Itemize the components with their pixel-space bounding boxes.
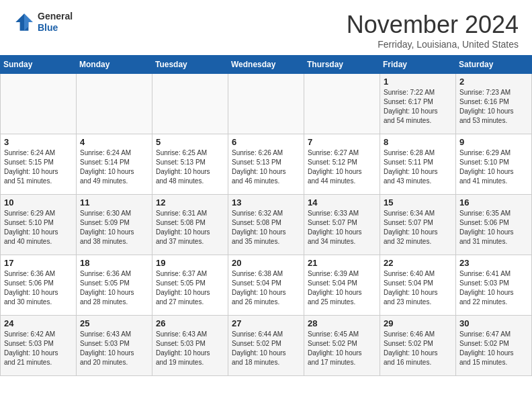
day-info: Sunrise: 6:29 AM Sunset: 5:10 PM Dayligh… <box>459 148 528 186</box>
day-cell: 15Sunrise: 6:34 AM Sunset: 5:07 PM Dayli… <box>380 195 456 255</box>
title-block: November 2024 Ferriday, Louisiana, Unite… <box>347 11 519 50</box>
day-number: 27 <box>232 318 300 328</box>
weekday-header-friday: Friday <box>380 56 456 74</box>
day-number: 3 <box>4 137 73 147</box>
week-row-1: 3Sunrise: 6:24 AM Sunset: 5:15 PM Daylig… <box>1 134 532 195</box>
day-number: 12 <box>156 197 224 208</box>
weekday-header-thursday: Thursday <box>304 56 380 74</box>
day-number: 4 <box>80 137 148 147</box>
day-info: Sunrise: 7:22 AM Sunset: 6:17 PM Dayligh… <box>384 88 452 126</box>
day-number: 11 <box>80 197 148 208</box>
day-info: Sunrise: 7:23 AM Sunset: 6:16 PM Dayligh… <box>459 88 528 126</box>
weekday-header-sunday: Sunday <box>1 56 77 74</box>
day-number: 21 <box>308 258 376 268</box>
month-title: November 2024 <box>347 11 519 39</box>
day-cell <box>304 74 380 134</box>
day-number: 8 <box>384 137 452 147</box>
day-info: Sunrise: 6:24 AM Sunset: 5:14 PM Dayligh… <box>80 148 148 186</box>
day-info: Sunrise: 6:27 AM Sunset: 5:12 PM Dayligh… <box>308 148 376 186</box>
weekday-header-row: SundayMondayTuesdayWednesdayThursdayFrid… <box>1 56 532 74</box>
day-info: Sunrise: 6:47 AM Sunset: 5:02 PM Dayligh… <box>459 330 528 367</box>
day-number: 6 <box>232 137 300 147</box>
day-number: 20 <box>232 258 300 268</box>
week-row-4: 24Sunrise: 6:42 AM Sunset: 5:03 PM Dayli… <box>1 316 532 376</box>
day-info: Sunrise: 6:29 AM Sunset: 5:10 PM Dayligh… <box>4 209 73 246</box>
day-cell: 3Sunrise: 6:24 AM Sunset: 5:15 PM Daylig… <box>1 134 77 195</box>
day-cell: 5Sunrise: 6:25 AM Sunset: 5:13 PM Daylig… <box>152 134 228 195</box>
day-info: Sunrise: 6:37 AM Sunset: 5:05 PM Dayligh… <box>156 269 224 307</box>
day-number: 30 <box>459 318 528 328</box>
day-number: 19 <box>156 258 224 268</box>
day-cell: 22Sunrise: 6:40 AM Sunset: 5:04 PM Dayli… <box>380 255 456 316</box>
weekday-header-wednesday: Wednesday <box>228 56 304 74</box>
day-cell: 21Sunrise: 6:39 AM Sunset: 5:04 PM Dayli… <box>304 255 380 316</box>
day-info: Sunrise: 6:43 AM Sunset: 5:03 PM Dayligh… <box>80 330 148 367</box>
logo-text: General Blue <box>38 11 73 34</box>
day-info: Sunrise: 6:40 AM Sunset: 5:04 PM Dayligh… <box>384 269 452 307</box>
day-number: 7 <box>308 137 376 147</box>
day-info: Sunrise: 6:34 AM Sunset: 5:07 PM Dayligh… <box>384 209 452 246</box>
day-cell: 11Sunrise: 6:30 AM Sunset: 5:09 PM Dayli… <box>77 195 152 255</box>
day-info: Sunrise: 6:30 AM Sunset: 5:09 PM Dayligh… <box>80 209 148 246</box>
calendar: SundayMondayTuesdayWednesdayThursdayFrid… <box>0 55 532 376</box>
day-info: Sunrise: 6:35 AM Sunset: 5:06 PM Dayligh… <box>459 209 528 246</box>
weekday-header-saturday: Saturday <box>456 56 532 74</box>
day-cell: 28Sunrise: 6:45 AM Sunset: 5:02 PM Dayli… <box>304 316 380 376</box>
weekday-header-monday: Monday <box>77 56 152 74</box>
day-number: 29 <box>384 318 452 328</box>
calendar-body: 1Sunrise: 7:22 AM Sunset: 6:17 PM Daylig… <box>1 74 532 376</box>
day-cell <box>152 74 228 134</box>
day-cell: 24Sunrise: 6:42 AM Sunset: 5:03 PM Dayli… <box>1 316 77 376</box>
day-info: Sunrise: 6:33 AM Sunset: 5:07 PM Dayligh… <box>308 209 376 246</box>
day-number: 10 <box>4 197 73 208</box>
day-number: 22 <box>384 258 452 268</box>
day-info: Sunrise: 6:43 AM Sunset: 5:03 PM Dayligh… <box>156 330 224 367</box>
day-info: Sunrise: 6:36 AM Sunset: 5:05 PM Dayligh… <box>80 269 148 307</box>
day-number: 26 <box>156 318 224 328</box>
day-cell: 17Sunrise: 6:36 AM Sunset: 5:06 PM Dayli… <box>1 255 77 316</box>
day-cell: 14Sunrise: 6:33 AM Sunset: 5:07 PM Dayli… <box>304 195 380 255</box>
day-info: Sunrise: 6:45 AM Sunset: 5:02 PM Dayligh… <box>308 330 376 367</box>
logo: General Blue <box>13 11 73 34</box>
day-cell: 19Sunrise: 6:37 AM Sunset: 5:05 PM Dayli… <box>152 255 228 316</box>
day-number: 1 <box>384 77 452 87</box>
day-cell: 23Sunrise: 6:41 AM Sunset: 5:03 PM Dayli… <box>456 255 532 316</box>
day-info: Sunrise: 6:46 AM Sunset: 5:02 PM Dayligh… <box>384 330 452 367</box>
day-cell: 7Sunrise: 6:27 AM Sunset: 5:12 PM Daylig… <box>304 134 380 195</box>
day-info: Sunrise: 6:36 AM Sunset: 5:06 PM Dayligh… <box>4 269 73 307</box>
week-row-2: 10Sunrise: 6:29 AM Sunset: 5:10 PM Dayli… <box>1 195 532 255</box>
day-cell: 4Sunrise: 6:24 AM Sunset: 5:14 PM Daylig… <box>77 134 152 195</box>
day-number: 28 <box>308 318 376 328</box>
day-number: 2 <box>459 77 528 87</box>
week-row-0: 1Sunrise: 7:22 AM Sunset: 6:17 PM Daylig… <box>1 74 532 134</box>
day-cell <box>1 74 77 134</box>
day-cell <box>77 74 152 134</box>
day-number: 14 <box>308 197 376 208</box>
svg-marker-1 <box>24 13 33 31</box>
day-cell: 29Sunrise: 6:46 AM Sunset: 5:02 PM Dayli… <box>380 316 456 376</box>
day-info: Sunrise: 6:42 AM Sunset: 5:03 PM Dayligh… <box>4 330 73 367</box>
day-cell: 2Sunrise: 7:23 AM Sunset: 6:16 PM Daylig… <box>456 74 532 134</box>
day-info: Sunrise: 6:44 AM Sunset: 5:02 PM Dayligh… <box>232 330 300 367</box>
day-info: Sunrise: 6:31 AM Sunset: 5:08 PM Dayligh… <box>156 209 224 246</box>
day-cell: 6Sunrise: 6:26 AM Sunset: 5:13 PM Daylig… <box>228 134 304 195</box>
day-number: 9 <box>459 137 528 147</box>
day-number: 17 <box>4 258 73 268</box>
day-cell: 27Sunrise: 6:44 AM Sunset: 5:02 PM Dayli… <box>228 316 304 376</box>
day-cell: 26Sunrise: 6:43 AM Sunset: 5:03 PM Dayli… <box>152 316 228 376</box>
day-cell: 1Sunrise: 7:22 AM Sunset: 6:17 PM Daylig… <box>380 74 456 134</box>
weekday-header-tuesday: Tuesday <box>152 56 228 74</box>
day-cell: 18Sunrise: 6:36 AM Sunset: 5:05 PM Dayli… <box>77 255 152 316</box>
day-info: Sunrise: 6:38 AM Sunset: 5:04 PM Dayligh… <box>232 269 300 307</box>
logo-icon <box>13 11 35 33</box>
day-number: 5 <box>156 137 224 147</box>
day-info: Sunrise: 6:39 AM Sunset: 5:04 PM Dayligh… <box>308 269 376 307</box>
calendar-header: SundayMondayTuesdayWednesdayThursdayFrid… <box>1 56 532 74</box>
day-number: 24 <box>4 318 73 328</box>
day-number: 23 <box>459 258 528 268</box>
day-cell: 8Sunrise: 6:28 AM Sunset: 5:11 PM Daylig… <box>380 134 456 195</box>
day-cell: 25Sunrise: 6:43 AM Sunset: 5:03 PM Dayli… <box>77 316 152 376</box>
page-wrapper: General Blue November 2024 Ferriday, Lou… <box>0 0 532 376</box>
day-number: 16 <box>459 197 528 208</box>
day-number: 25 <box>80 318 148 328</box>
